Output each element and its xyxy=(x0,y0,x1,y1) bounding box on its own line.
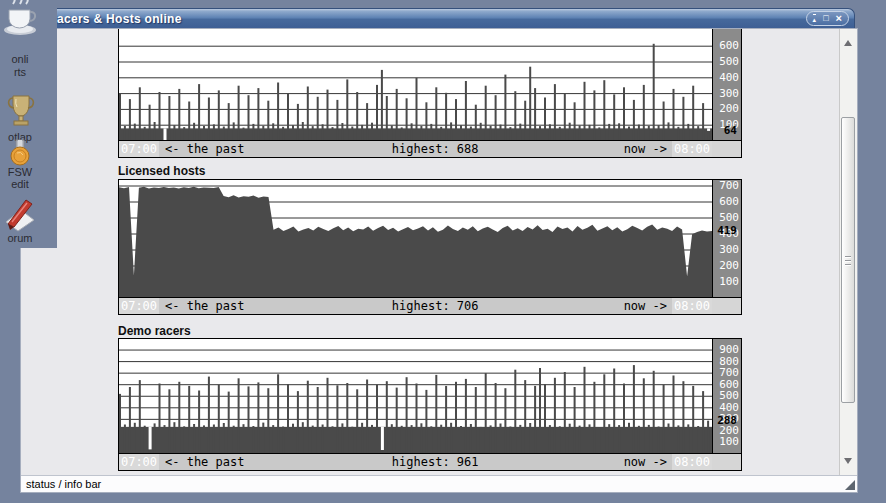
highest-value-label: highest: 961 xyxy=(392,455,479,469)
past-direction-label: <- the past xyxy=(165,142,244,156)
window-titlebar[interactable]: Racers & Hosts online ▴ □ × xyxy=(26,8,855,28)
now-direction-label: now -> xyxy=(624,455,667,469)
racers-online-footer: 07:00 <- the past highest: 688 now -> 08… xyxy=(119,140,741,157)
y-tick-label: 100 xyxy=(719,436,739,448)
current-value: 64 xyxy=(724,125,737,137)
y-tick-label: 500 xyxy=(719,212,739,224)
demo-racers-chart: 900800700600500400300200100288 07:00 <- … xyxy=(118,338,742,471)
trophy-icon[interactable] xyxy=(2,92,40,134)
past-direction-label: <- the past xyxy=(165,455,244,469)
scrollbar-grip xyxy=(845,256,851,268)
current-value: 288 xyxy=(717,415,737,427)
now-time-label: 08:00 xyxy=(672,298,712,314)
demo-racers-y-axis: 900800700600500400300200100288 xyxy=(712,339,741,454)
footer-cap xyxy=(712,298,741,314)
sidebar-label[interactable]: edit xyxy=(0,178,42,190)
licensed-hosts-plot xyxy=(119,180,712,298)
past-time-label: 07:00 xyxy=(119,454,159,470)
window-title: Racers & Hosts online xyxy=(48,12,182,26)
now-time-label: 08:00 xyxy=(672,141,712,157)
scrollbar-thumb[interactable] xyxy=(841,117,855,403)
highest-value-label: highest: 688 xyxy=(392,142,479,156)
racers-online-plot xyxy=(119,29,712,141)
licensed-hosts-footer: 07:00 <- the past highest: 706 now -> 08… xyxy=(119,297,741,314)
past-direction-label: <- the past xyxy=(165,299,244,313)
desktop-icons-sidebar: onli rts otlap FSW edit orum xyxy=(0,0,57,248)
demo-racers-footer: 07:00 <- the past highest: 961 now -> 08… xyxy=(119,453,741,470)
now-time-label: 08:00 xyxy=(672,454,712,470)
y-tick-label: 200 xyxy=(719,260,739,272)
resize-grip[interactable] xyxy=(845,480,855,490)
racers-online-y-axis: 60050040030020010064 xyxy=(712,29,741,141)
footer-cap xyxy=(712,141,741,157)
y-tick-label: 500 xyxy=(719,56,739,68)
racers-online-chart: 60050040030020010064 07:00 <- the past h… xyxy=(118,29,742,158)
sidebar-label[interactable]: rts xyxy=(0,66,42,78)
sidebar-label[interactable]: onli xyxy=(0,53,42,65)
licensed-hosts-y-axis: 700600500400300200100419 xyxy=(712,180,741,298)
y-tick-label: 700 xyxy=(719,180,739,192)
scroll-down-icon[interactable] xyxy=(844,458,852,464)
highest-value-label: highest: 706 xyxy=(392,299,479,313)
y-tick-label: 400 xyxy=(719,72,739,84)
shade-button[interactable]: ▴ xyxy=(813,14,817,23)
current-value: 419 xyxy=(717,225,737,237)
y-tick-label: 300 xyxy=(719,244,739,256)
status-bar: status / info bar xyxy=(21,475,857,492)
past-time-label: 07:00 xyxy=(119,141,159,157)
now-direction-label: now -> xyxy=(624,299,667,313)
window-body: 60050040030020010064 07:00 <- the past h… xyxy=(20,28,858,493)
window-controls: ▴ □ × xyxy=(806,11,849,26)
y-tick-label: 600 xyxy=(719,196,739,208)
y-tick-label: 600 xyxy=(719,40,739,52)
racers-hosts-window: Racers & Hosts online ▴ □ × 600500400300… xyxy=(20,8,858,492)
past-time-label: 07:00 xyxy=(119,298,159,314)
coffee-cup-icon[interactable] xyxy=(0,0,42,42)
vertical-scrollbar[interactable] xyxy=(839,29,857,475)
demo-racers-plot xyxy=(119,339,712,454)
scroll-up-icon[interactable] xyxy=(844,40,852,46)
sidebar-label[interactable]: FSW xyxy=(0,166,42,178)
now-direction-label: now -> xyxy=(624,142,667,156)
licensed-hosts-title: Licensed hosts xyxy=(118,164,205,178)
footer-cap xyxy=(712,454,741,470)
close-button[interactable]: × xyxy=(836,13,842,24)
licensed-hosts-chart: 700600500400300200100419 07:00 <- the pa… xyxy=(118,179,742,315)
status-text: status / info bar xyxy=(26,478,101,490)
charts-viewport: 60050040030020010064 07:00 <- the past h… xyxy=(21,29,857,475)
y-tick-label: 200 xyxy=(719,103,739,115)
demo-racers-title: Demo racers xyxy=(118,324,191,338)
y-tick-label: 300 xyxy=(719,88,739,100)
sidebar-label[interactable]: orum xyxy=(0,232,42,244)
y-tick-label: 100 xyxy=(719,276,739,288)
maximize-button[interactable]: □ xyxy=(823,13,828,24)
